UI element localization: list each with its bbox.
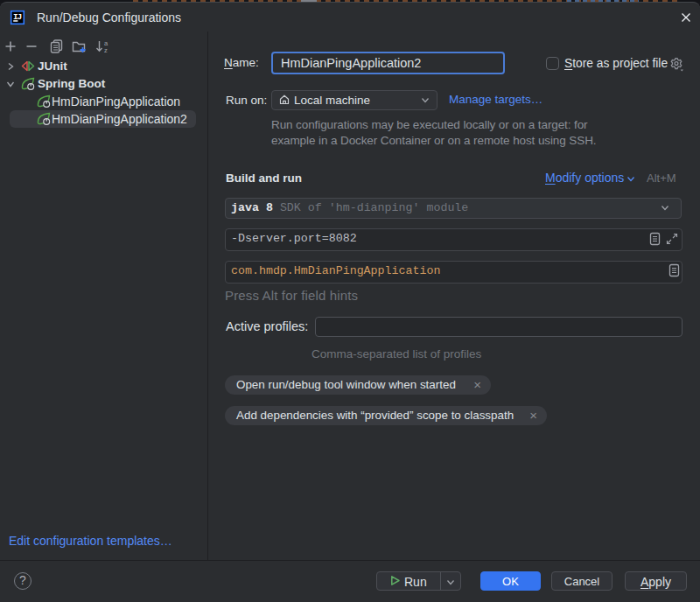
svg-text:z: z: [104, 46, 108, 54]
svg-text:IJ: IJ: [13, 12, 22, 22]
